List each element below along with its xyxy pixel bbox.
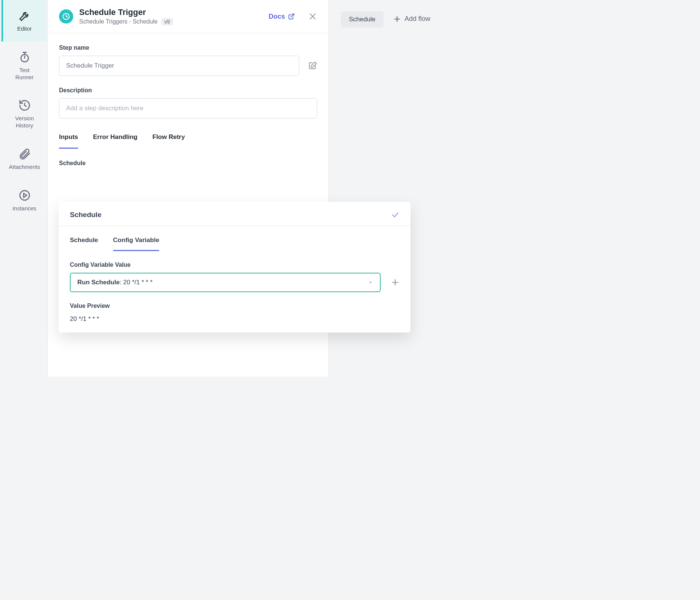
sidebar-item-label: Version History <box>15 115 34 129</box>
sidebar: Editor Test Runner Version History <box>0 0 47 377</box>
stopwatch-icon <box>18 50 31 64</box>
step-name-input[interactable] <box>59 56 299 76</box>
sidebar-item-editor[interactable]: Editor <box>1 0 46 41</box>
select-value: : 20 */1 * * * <box>120 279 152 286</box>
panel-header: Schedule Trigger Schedule Triggers - Sch… <box>48 0 328 33</box>
svg-line-5 <box>25 105 26 106</box>
svg-point-6 <box>20 191 30 200</box>
description-label: Description <box>59 87 317 94</box>
sidebar-item-version-history[interactable]: Version History <box>1 90 46 138</box>
sidebar-item-label: Editor <box>17 25 32 33</box>
external-link-icon <box>288 13 295 20</box>
tab-flow-retry[interactable]: Flow Retry <box>152 133 185 149</box>
caret-down-icon <box>368 280 373 285</box>
sidebar-item-label: Instances <box>12 205 36 212</box>
schedule-config-card: Schedule Schedule Config Variable Config… <box>59 202 411 333</box>
docs-link[interactable]: Docs <box>269 13 295 21</box>
wrench-icon <box>18 9 31 22</box>
sidebar-item-attachments[interactable]: Attachments <box>1 138 46 180</box>
tab-error-handling[interactable]: Error Handling <box>93 133 137 149</box>
select-label: Run Schedule <box>77 279 120 286</box>
description-input[interactable] <box>59 98 317 118</box>
sidebar-item-label: Test Runner <box>15 67 34 81</box>
card-title: Schedule <box>70 211 101 219</box>
config-tabs: Inputs Error Handling Flow Retry <box>59 133 317 149</box>
card-tab-config-variable[interactable]: Config Variable <box>113 236 159 251</box>
value-preview: 20 */1 * * * <box>70 315 399 323</box>
panel-title: Schedule Trigger <box>79 7 263 17</box>
sidebar-item-test-runner[interactable]: Test Runner <box>1 41 46 90</box>
add-flow-label: Add flow <box>405 15 430 23</box>
close-button[interactable] <box>308 12 317 21</box>
paperclip-icon <box>18 147 31 161</box>
svg-line-9 <box>291 14 294 17</box>
play-circle-icon <box>18 189 31 202</box>
config-variable-select[interactable]: Run Schedule: 20 */1 * * * <box>70 273 381 292</box>
plus-icon <box>393 15 401 23</box>
sidebar-item-instances[interactable]: Instances <box>1 180 46 221</box>
schedule-trigger-icon <box>59 9 73 24</box>
history-icon <box>18 99 31 112</box>
sidebar-item-label: Attachments <box>9 164 40 171</box>
svg-marker-14 <box>369 282 372 283</box>
panel-subtitle: Schedule Triggers - Schedule <box>79 18 158 25</box>
add-config-variable-button[interactable] <box>391 278 399 287</box>
card-confirm-button[interactable] <box>391 211 399 219</box>
add-flow-button[interactable]: Add flow <box>393 11 430 23</box>
step-name-label: Step name <box>59 44 317 51</box>
edit-step-name-button[interactable] <box>308 61 317 70</box>
version-badge: v9 <box>161 18 173 25</box>
docs-label: Docs <box>269 13 285 21</box>
schedule-section-label: Schedule <box>59 160 317 167</box>
card-tab-schedule[interactable]: Schedule <box>70 236 98 251</box>
schedule-pill-button[interactable]: Schedule <box>341 11 384 28</box>
svg-marker-7 <box>24 193 27 197</box>
config-variable-value-label: Config Variable Value <box>70 262 399 268</box>
value-preview-label: Value Preview <box>70 303 399 309</box>
tab-inputs[interactable]: Inputs <box>59 133 78 149</box>
